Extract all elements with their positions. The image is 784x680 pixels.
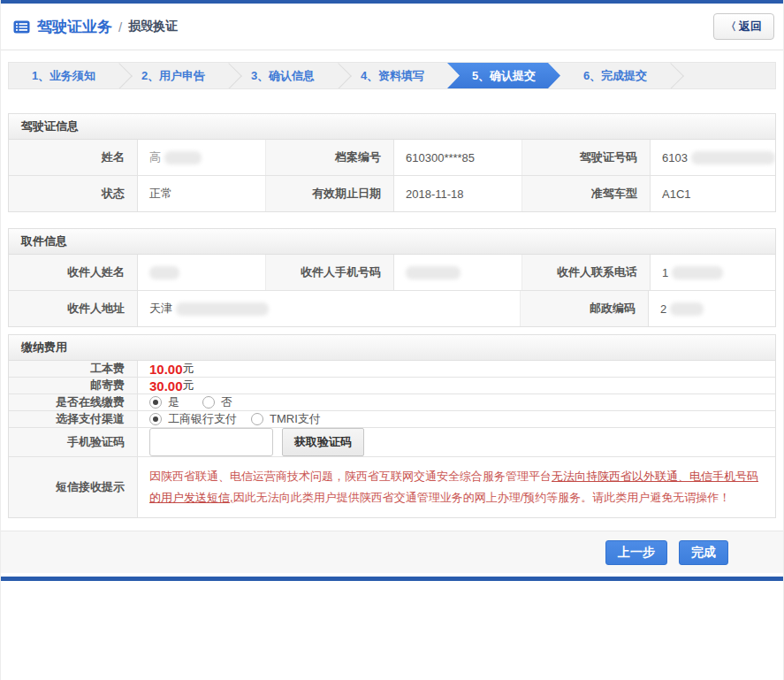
- payment-channel-icbc-label[interactable]: 工商银行支付: [168, 411, 237, 427]
- online-payment-no-radio[interactable]: 否: [202, 394, 255, 410]
- license-service-icon: [13, 20, 30, 34]
- production-fee-unit: 元: [183, 361, 194, 377]
- sms-notice-text-after: 因此无法向此类用户提供陕西省交通管理业务的网上办理/预约等服务。请此类用户避免无…: [233, 491, 731, 504]
- expiry-date-value: 2018-11-18: [394, 176, 522, 211]
- page-header: 驾驶证业务 / 损毁换证 〈 返回: [1, 4, 783, 50]
- sms-notice-value: 因陕西省联通、电信运营商技术问题，陕西省互联网交通安全综合服务管理平台无法向持陕…: [138, 457, 775, 517]
- sms-notice-label: 短信接收提示: [9, 457, 138, 517]
- redacted-value: [691, 151, 775, 164]
- step-3-confirm-info: 3、确认信息: [228, 63, 338, 88]
- sms-notice-row: 短信接收提示 因陕西省联通、电信运营商技术问题，陕西省互联网交通安全综合服务管理…: [9, 456, 775, 517]
- step-5-confirm-submit-active: 5、确认提交: [447, 63, 560, 88]
- online-payment-label: 是否在线缴费: [9, 394, 138, 410]
- sms-notice-text-before: 因陕西省联通、电信运营商技术问题，陕西省互联网交通安全综合服务管理平台: [149, 470, 552, 483]
- payment-channel-row: 选择支付渠道 工商银行支付 TMRI支付: [9, 410, 775, 427]
- recipient-phone-text: 1: [662, 266, 668, 279]
- production-fee-row: 工本费 10.00 元: [9, 361, 775, 377]
- postal-code-value: 2: [649, 291, 775, 326]
- name-value-text: 高: [149, 149, 161, 165]
- payment-channel-options: 工商银行支付 TMRI支付: [138, 411, 775, 427]
- back-button-label: 返回: [739, 19, 762, 34]
- page-title: 驾驶证业务: [37, 17, 112, 37]
- sms-notice-text: 因陕西省联通、电信运营商技术问题，陕西省互联网交通安全综合服务管理平台无法向持陕…: [149, 457, 775, 517]
- radio-unchecked-icon[interactable]: [202, 396, 215, 409]
- postal-code-text: 2: [660, 302, 666, 316]
- radio-checked-icon[interactable]: [149, 396, 162, 409]
- redacted-value: [176, 302, 269, 316]
- production-fee-label: 工本费: [9, 361, 138, 377]
- online-payment-options: 是 否: [138, 394, 775, 410]
- license-info-row: 姓名 高 档案编号 610300****85 驾驶证号码 6103: [9, 140, 775, 175]
- payment-channel-label: 选择支付渠道: [9, 411, 138, 427]
- previous-step-button[interactable]: 上一步: [605, 540, 667, 565]
- recipient-address-label: 收件人地址: [9, 291, 138, 326]
- recipient-address-value: 天津: [138, 291, 521, 326]
- online-payment-row: 是否在线缴费 是 否: [9, 393, 775, 410]
- step-6-complete-submit: 6、完成提交: [560, 63, 670, 88]
- license-number-label: 驾驶证号码: [522, 140, 651, 175]
- step-1-business-notice: 1、业务须知: [9, 63, 118, 88]
- license-info-section: 驾驶证信息 姓名 高 档案编号 610300****85 驾驶证号码 6103 …: [8, 113, 776, 212]
- step-wizard: 1、业务须知 2、用户申告 3、确认信息 4、资料填写 5、确认提交 6、完成提…: [8, 62, 776, 89]
- production-fee-amount: 10.00: [149, 362, 183, 377]
- radio-checked-icon[interactable]: [149, 413, 162, 425]
- pickup-info-section: 取件信息 收件人姓名 收件人手机号码 收件人联系电话 1 收件人地址 天津 邮政…: [8, 228, 776, 327]
- payment-channel-tmri-label[interactable]: TMRI支付: [270, 411, 321, 427]
- license-number-value: 6103: [651, 140, 775, 175]
- status-label: 状态: [9, 176, 138, 211]
- back-arrow-icon: 〈: [726, 19, 736, 34]
- pickup-info-row: 收件人姓名 收件人手机号码 收件人联系电话 1: [9, 255, 775, 290]
- license-info-row: 状态 正常 有效期止日期 2018-11-18 准驾车型 A1C1: [9, 175, 775, 211]
- breadcrumb-divider: /: [118, 19, 122, 34]
- license-number-text: 6103: [662, 151, 688, 164]
- name-label: 姓名: [9, 140, 138, 175]
- recipient-phone-label: 收件人联系电话: [522, 255, 651, 290]
- redacted-value: [406, 266, 461, 279]
- redacted-value: [672, 266, 723, 279]
- payment-channel-icbc-radio[interactable]: 工商银行支付: [149, 411, 251, 427]
- sms-code-row: 手机验证码 获取验证码: [9, 427, 775, 456]
- get-sms-code-button[interactable]: 获取验证码: [282, 428, 364, 456]
- vehicle-class-label: 准驾车型: [522, 176, 651, 211]
- name-value: 高: [138, 140, 266, 175]
- breadcrumb-current: 损毁换证: [128, 19, 178, 34]
- online-payment-no-label[interactable]: 否: [221, 394, 232, 410]
- recipient-phone-value: 1: [651, 255, 775, 290]
- postal-code-label: 邮政编码: [521, 291, 649, 326]
- redacted-value: [670, 302, 704, 316]
- recipient-address-text: 天津: [149, 301, 172, 317]
- file-number-label: 档案编号: [266, 140, 394, 175]
- radio-unchecked-icon[interactable]: [251, 413, 263, 425]
- postage-fee-row: 邮寄费 30.00 元: [9, 377, 775, 393]
- pickup-info-row: 收件人地址 天津 邮政编码 2: [9, 290, 775, 326]
- fees-title: 缴纳费用: [9, 335, 775, 361]
- finish-button[interactable]: 完成: [679, 540, 728, 565]
- postage-fee-amount: 30.00: [149, 378, 183, 393]
- production-fee-value: 10.00 元: [138, 361, 775, 377]
- online-payment-yes-label[interactable]: 是: [168, 394, 179, 410]
- vehicle-class-value: A1C1: [651, 176, 775, 211]
- recipient-name-value: [138, 255, 266, 290]
- fees-section: 缴纳费用 工本费 10.00 元 邮寄费 30.00 元 是否在线缴费 是 否 …: [8, 334, 776, 518]
- step-2-user-declaration: 2、用户申告: [118, 63, 228, 88]
- postage-fee-value: 30.00 元: [138, 378, 775, 393]
- status-value: 正常: [138, 176, 266, 211]
- sms-code-label: 手机验证码: [9, 428, 138, 456]
- recipient-mobile-value: [394, 255, 522, 290]
- postage-fee-label: 邮寄费: [9, 378, 138, 393]
- expiry-date-label: 有效期止日期: [266, 176, 394, 211]
- pickup-info-title: 取件信息: [9, 229, 775, 255]
- postage-fee-unit: 元: [183, 378, 194, 393]
- recipient-name-label: 收件人姓名: [9, 255, 138, 290]
- online-payment-yes-radio[interactable]: 是: [149, 394, 202, 410]
- back-button[interactable]: 〈 返回: [713, 13, 774, 40]
- footer-action-bar: 上一步 完成: [1, 531, 783, 573]
- file-number-value: 610300****85: [394, 140, 522, 175]
- payment-channel-tmri-radio[interactable]: TMRI支付: [251, 411, 344, 427]
- bottom-accent-bar: [1, 577, 783, 581]
- license-info-title: 驾驶证信息: [9, 114, 775, 140]
- step-4-fill-materials: 4、资料填写: [338, 63, 447, 88]
- recipient-mobile-label: 收件人手机号码: [266, 255, 394, 290]
- sms-code-input[interactable]: [149, 428, 273, 456]
- sms-code-field-area: 获取验证码: [138, 428, 775, 456]
